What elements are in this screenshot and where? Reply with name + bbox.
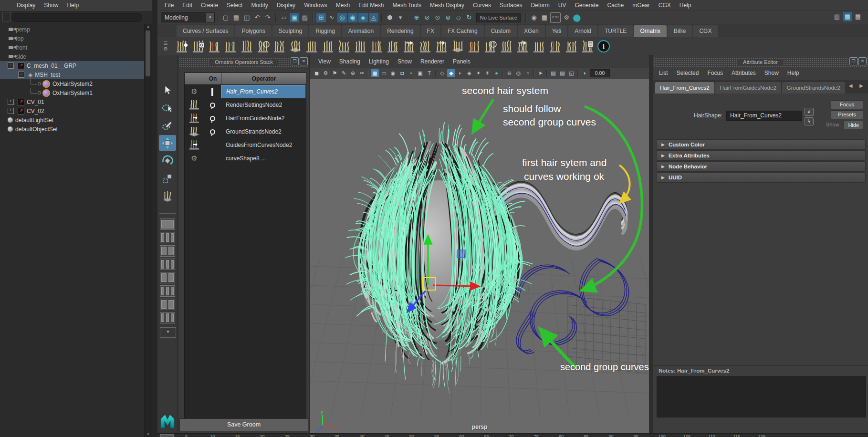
menu-mesh-tools[interactable]: Mesh Tools	[388, 0, 426, 11]
operator-row-curveshape8[interactable]: ⚙curveShape8 ...	[185, 152, 306, 165]
snap-projected-center-icon[interactable]: ◉	[348, 13, 357, 22]
groom-tool[interactable]	[159, 188, 176, 204]
menu-edit[interactable]: Edit	[178, 0, 197, 11]
section-extra-attributes[interactable]: ▶Extra Attributes	[657, 150, 866, 161]
toggle-channel-box-icon[interactable]: ▤	[853, 12, 863, 21]
select-tool[interactable]	[159, 82, 176, 98]
menu-cache[interactable]: Cache	[603, 0, 628, 11]
scroll-down-icon[interactable]: ▼	[145, 432, 152, 437]
menu-mesh[interactable]: Mesh	[332, 0, 354, 11]
ground-diamond-icon[interactable]	[450, 39, 465, 54]
attribute-tab-groundstrandsnode2[interactable]: GroundStrandsNode2	[782, 82, 845, 94]
fur-orange-icon[interactable]	[369, 39, 384, 54]
menu-cgx[interactable]: CGX	[654, 0, 675, 11]
isolate-select-icon[interactable]: ➤	[536, 69, 544, 77]
outliner-item-defaultobjectset[interactable]: defaultObjectSet	[0, 125, 144, 134]
textured-icon[interactable]: ◐	[456, 69, 464, 77]
grid-icon[interactable]: ▦	[371, 69, 379, 77]
menu-curves[interactable]: Curves	[469, 0, 495, 11]
outliner-item-front[interactable]: front	[0, 43, 144, 52]
live-surface-icon[interactable]: ◇	[454, 13, 463, 22]
bookmark-icon[interactable]: ⚑	[331, 69, 339, 77]
panel-close-icon[interactable]: ✕	[300, 57, 308, 65]
open-scene-icon[interactable]: ▤	[231, 13, 241, 22]
lights-icon[interactable]: ✦	[474, 69, 482, 77]
symmetry-icon[interactable]: ↻	[464, 13, 474, 22]
layout-four-view[interactable]	[160, 232, 175, 243]
attribute-editor-menu-focus[interactable]: Focus	[703, 68, 727, 79]
menu-set-dropdown[interactable]: Modeling	[161, 12, 206, 22]
attribute-editor-menu-list[interactable]: List	[655, 68, 672, 79]
select-hierarchy-icon[interactable]: ▱	[279, 13, 289, 22]
menu-select[interactable]: Select	[222, 0, 247, 11]
shelf-tab-rigging[interactable]: Rigging	[309, 25, 341, 37]
safe-title-icon[interactable]: T	[425, 69, 433, 77]
layout-persp-outliner[interactable]	[160, 245, 175, 257]
shelf-tab-ornatrix[interactable]: Ornatrix	[634, 25, 667, 37]
scroll-up-icon[interactable]: ▲	[145, 24, 152, 29]
mesh-page-icon[interactable]	[580, 39, 595, 54]
scale-tool[interactable]	[159, 170, 176, 186]
shelf-tab-cgx[interactable]: CGX	[693, 25, 718, 37]
menu-create[interactable]: Create	[197, 0, 222, 11]
clump-strands-icon[interactable]	[336, 39, 352, 54]
section-custom-color[interactable]: ▶Custom Color	[657, 139, 866, 150]
red-bars-icon[interactable]	[466, 39, 481, 54]
shelf-tab-xgen[interactable]: XGen	[518, 25, 545, 37]
save-scene-icon[interactable]: ◫	[242, 13, 251, 22]
layout-dropdown[interactable]: ▼	[160, 327, 176, 338]
layout-persp-uv[interactable]	[160, 285, 175, 297]
operator-row-hairfromguidesnode2[interactable]: HairFromGuidesNode2	[185, 112, 306, 125]
link-input-icon[interactable]: ↲	[805, 108, 814, 116]
lock-selection-icon[interactable]: ⬢	[385, 13, 395, 22]
operator-toggle[interactable]	[204, 103, 221, 108]
sphere-strand-icon[interactable]	[482, 39, 498, 54]
hair-pair-icon[interactable]	[564, 39, 579, 54]
expand-icon[interactable]: +	[8, 99, 14, 105]
wavy-strands-icon[interactable]	[304, 39, 319, 54]
ipr-render-icon[interactable]: IPR	[550, 12, 561, 23]
menu-display[interactable]: Display	[272, 0, 300, 11]
history-toggle-icon[interactable]: ⊚	[443, 13, 453, 22]
hairshape-field[interactable]: Hair_From_Curves2	[726, 111, 802, 121]
outliner-item-cv-02[interactable]: +↗CV_02	[0, 106, 144, 115]
highlight-selection-icon[interactable]: ▾	[396, 13, 405, 22]
shelf-tab-fx[interactable]: FX	[421, 25, 440, 37]
outliner-item-defaultlightset[interactable]: defaultLightSet	[0, 115, 144, 125]
outliner-menu-help[interactable]: Help	[63, 0, 83, 11]
attribute-editor-menu-help[interactable]: Help	[783, 68, 804, 79]
panel-float-icon[interactable]: ❐	[291, 57, 299, 65]
exposure-field[interactable]: 0.00	[590, 69, 610, 77]
outliner-item-c-mesh-01-grp[interactable]: −↗C_mesh_01__GRP	[0, 61, 144, 70]
menu-deform[interactable]: Deform	[526, 0, 554, 11]
focus-button[interactable]: Focus	[831, 100, 863, 109]
menu-help[interactable]: Help	[675, 0, 696, 11]
outliner-item-msh-test[interactable]: −◈MSH_test	[0, 70, 144, 79]
xray-joints-icon[interactable]: ◎	[514, 69, 523, 77]
snap-view-plane-icon[interactable]: ◈	[358, 13, 368, 22]
add-hair-icon[interactable]	[174, 39, 189, 54]
input-connections-icon[interactable]: ⊕	[412, 13, 421, 22]
shelf-tab-curves-surfaces[interactable]: Curves / Surfaces	[177, 25, 234, 37]
shelf-menu-icon[interactable]: ☰	[164, 41, 168, 46]
outliner-item-side[interactable]: side	[0, 52, 144, 61]
hair-orange-icon[interactable]	[239, 39, 254, 54]
attribute-tab-hair-from-curves2[interactable]: Hair_From_Curves2	[655, 82, 714, 94]
shelf-tab-arnold[interactable]: Arnold	[568, 25, 597, 37]
shelf-tab-billie[interactable]: Billie	[668, 25, 692, 37]
show-button[interactable]: Show	[822, 121, 843, 128]
section-uuid[interactable]: ▶UUID	[657, 172, 866, 183]
corner-icon[interactable]: ◱	[567, 69, 575, 77]
shelf-tab-rendering[interactable]: Rendering	[381, 25, 419, 37]
scrollbar-thumb[interactable]	[146, 31, 150, 76]
save-groom-icon[interactable]	[190, 39, 206, 54]
hair-from-guides-red-icon[interactable]	[207, 39, 222, 54]
expand-icon[interactable]: +	[8, 108, 14, 114]
outliner-item-oxhairsystem2[interactable]: OxHairSystem2	[0, 79, 144, 88]
output-connections-icon[interactable]: ⊘	[422, 13, 432, 22]
attribute-editor-menu-attributes[interactable]: Attributes	[727, 68, 760, 79]
arrow-over-icon[interactable]	[434, 39, 449, 54]
make-live-icon[interactable]: ◬	[369, 13, 378, 22]
undo-icon[interactable]: ↶	[252, 13, 262, 22]
exposure-icon[interactable]: ◑	[580, 69, 588, 77]
